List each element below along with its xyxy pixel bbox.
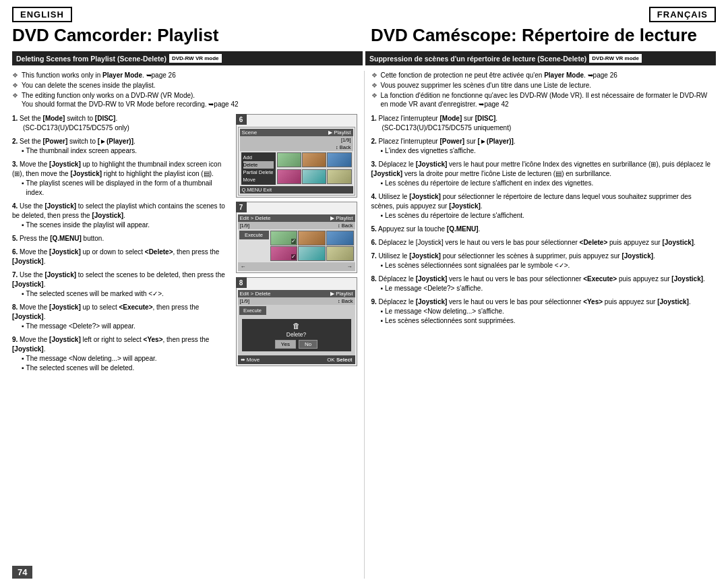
diagram-6-playlist-label: ▶ Playlist: [328, 129, 351, 136]
diagram-7-body: Execute: [238, 229, 355, 262]
step-fr-9-sub1: ▪Le message <Now deleting...> s'affiche.: [381, 307, 717, 316]
diagram-6-back: ↕ Back: [240, 144, 353, 151]
section-headers: Deleting Scenes from Playlist (Scene-Del…: [12, 51, 716, 65]
menu-partial-delete: Partial Delete: [243, 169, 274, 176]
arrow-right: →: [347, 264, 353, 270]
bullet-fr-2: ❖: [371, 81, 378, 90]
thumb-3: [327, 152, 351, 167]
bullet-2: ❖: [12, 81, 19, 90]
thumb-d7-6: [326, 246, 354, 261]
thumb-6: [327, 169, 351, 184]
diagram-8-number: 8: [236, 277, 247, 288]
content-area: ❖ This function works only in Player Mod…: [12, 71, 716, 579]
step-fr-2-sub: ▪L'index des vignettes s'affiche.: [381, 146, 717, 156]
intro-note-fr-3: ❖ La fonction d'édition ne fonctionne qu…: [371, 91, 717, 109]
menu-move: Move: [243, 176, 274, 183]
thumb-checked-2: [270, 246, 298, 261]
no-button[interactable]: No: [299, 340, 317, 349]
diagram-6-header: Scene ▶ Playlist: [240, 129, 353, 136]
delete-icon: 🗑: [246, 322, 347, 330]
step-en-7: 7. Use the [Joystick] to select the scen…: [12, 270, 231, 299]
delete-question: Delete?: [246, 331, 347, 338]
step-fr-7-sub: ▪Les scènes sélectionnées sont signalées…: [381, 261, 717, 270]
step-en-7-sub: ▪The selected scenes will be marked with…: [22, 289, 231, 299]
steps-english: 1. Set the [Mode] switch to [DISC]. (SC-…: [12, 114, 231, 377]
dvd-badge-french: DVD-RW VR mode: [589, 54, 642, 63]
section-label-french: Suppression de scènes d'un répertoire de…: [369, 55, 586, 63]
intro-note-fr-text-1: Cette fonction de protection ne peut êtr…: [381, 71, 717, 80]
diagram-7-counter-back: [1/9] ↕ Back: [238, 222, 355, 229]
main-titles: DVD Camcorder: Playlist DVD Caméscope: R…: [12, 25, 716, 46]
delete-buttons: Yes No: [246, 340, 347, 349]
step-fr-2: 2. Placez l'interrupteur [Power] sur [►(…: [371, 137, 717, 156]
diagram-7-edit-label: Edit > Delete: [240, 215, 271, 221]
diagram-8-execute[interactable]: Execute: [239, 306, 266, 315]
intro-note-fr-1: ❖ Cette fonction de protection ne peut ê…: [371, 71, 717, 80]
diagram-7: 7 Edit > Delete ▶ Playlist [1/9] ↕ Back: [236, 202, 357, 273]
step-fr-3-sub: ▪Les scènes du répertoire de lecture s'a…: [381, 179, 717, 188]
section-header-french: Suppression de scènes d'un répertoire de…: [365, 51, 716, 65]
thumb-2: [302, 152, 326, 167]
language-headers: ENGLISH FRANÇAIS: [12, 7, 716, 22]
diagram-6-menu: Add Delete Partial Delete Move: [241, 152, 276, 185]
lang-francais: FRANÇAIS: [649, 7, 716, 22]
diagram-6-scene-label: Scene: [242, 129, 257, 136]
right-column: ❖ Cette fonction de protection ne peut ê…: [365, 71, 717, 579]
steps-french: 1. Placez l'interrupteur [Mode] sur [DIS…: [371, 114, 717, 326]
diagram-6-number: 6: [236, 114, 247, 125]
step-en-8: 8. Move the [Joystick] up to select <Exe…: [12, 303, 231, 331]
thumb-d7-2: [298, 231, 326, 245]
delete-dialog: 🗑 Delete? Yes No: [242, 319, 351, 351]
step-fr-8-sub: ▪Le message <Delete?> s'affiche.: [381, 284, 717, 293]
intro-note-1: ❖ This function works only in Player Mod…: [12, 71, 357, 80]
diagram-7-left: Execute: [239, 231, 269, 261]
diagram-8-dialog-area: 🗑 Delete? Yes No: [238, 315, 355, 355]
step-en-9: 9. Move the [Joystick] left or right to …: [12, 335, 231, 373]
intro-note-fr-text-3: La fonction d'édition ne fonctionne qu'a…: [381, 91, 717, 109]
step-en-8-sub: ▪The message <Delete?> will appear.: [22, 322, 231, 331]
thumb-d7-5: [298, 246, 326, 261]
diagram-6-qmenu: Q.MENU Exit: [242, 187, 272, 193]
intro-note-text-2: You can delete the scenes inside the pla…: [22, 81, 357, 90]
diagram-8: 8 Edit > Delete ▶ Playlist [1/9] ↕ Back: [236, 277, 357, 366]
diagram-6-screen: Scene ▶ Playlist [1/9] ↕ Back: [238, 127, 355, 196]
arrow-left: ←: [241, 264, 246, 270]
thumb-checked-1: [270, 231, 298, 245]
step-fr-6: 6. Déplacez le [Joystick] vers le haut o…: [371, 238, 717, 247]
page-number: 74: [12, 566, 32, 579]
diagram-8-counter-back: [1/9] ↕ Back: [238, 297, 355, 305]
step-fr-7: 7. Utilisez le [Joystick] pour sélection…: [371, 252, 717, 270]
ok-select-label: OK Select: [327, 357, 352, 363]
thumb-1: [277, 152, 301, 167]
step-fr-4-sub: ▪Les scènes du répertoire de lecture s'a…: [381, 211, 717, 221]
diagram-7-screen: Edit > Delete ▶ Playlist [1/9] ↕ Back Ex…: [238, 214, 355, 271]
bullet-fr-3: ❖: [371, 91, 378, 109]
step-en-9-sub1: ▪The message <Now deleting...> will appe…: [22, 354, 231, 363]
intro-note-fr-text-2: Vous pouvez supprimer les scènes d'un ti…: [381, 81, 717, 90]
thumb-d7-3: [326, 231, 354, 245]
menu-add: Add: [243, 154, 274, 161]
lang-english: ENGLISH: [12, 7, 72, 22]
diagram-8-edit-label: Edit > Delete: [240, 291, 271, 297]
step-en-4: 4. Use the [Joystick] to select the play…: [12, 202, 231, 230]
diagrams-column: 6 Scene ▶ Playlist [1/9] ↕ Back: [236, 114, 357, 377]
step-en-2: 2. Set the [Power] switch to [►(Player)]…: [12, 137, 231, 156]
diagram-6: 6 Scene ▶ Playlist [1/9] ↕ Back: [236, 114, 357, 198]
bullet-3: ❖: [12, 91, 19, 109]
step-en-4-sub: ▪The scenes inside the playlist will app…: [22, 221, 231, 230]
yes-button[interactable]: Yes: [275, 340, 296, 349]
intro-note-2: ❖ You can delete the scenes inside the p…: [12, 81, 357, 90]
thumb-5: [302, 169, 326, 184]
diagram-8-screen: Edit > Delete ▶ Playlist [1/9] ↕ Back Ex…: [238, 290, 355, 364]
step-en-3-sub: ▪The playlist scenes will be displayed i…: [22, 179, 231, 198]
execute-button[interactable]: Execute: [239, 231, 269, 239]
step-en-3: 3. Move the [Joystick] up to highlight t…: [12, 160, 231, 198]
step-fr-9-sub2: ▪Les scènes sélectionnées sont supprimée…: [381, 316, 717, 326]
diagram-7-playlist-label: ▶ Playlist: [330, 215, 353, 221]
diagram-7-thumbnails: [270, 231, 354, 261]
menu-delete[interactable]: Delete: [243, 161, 274, 169]
diagram-6-bottom: Q.MENU Exit: [240, 186, 353, 194]
thumb-4: [277, 169, 301, 184]
intro-note-text-1: This function works only in Player Mode.…: [22, 71, 357, 80]
step-fr-9: 9. Déplacez le [Joystick] vers le haut o…: [371, 297, 717, 326]
